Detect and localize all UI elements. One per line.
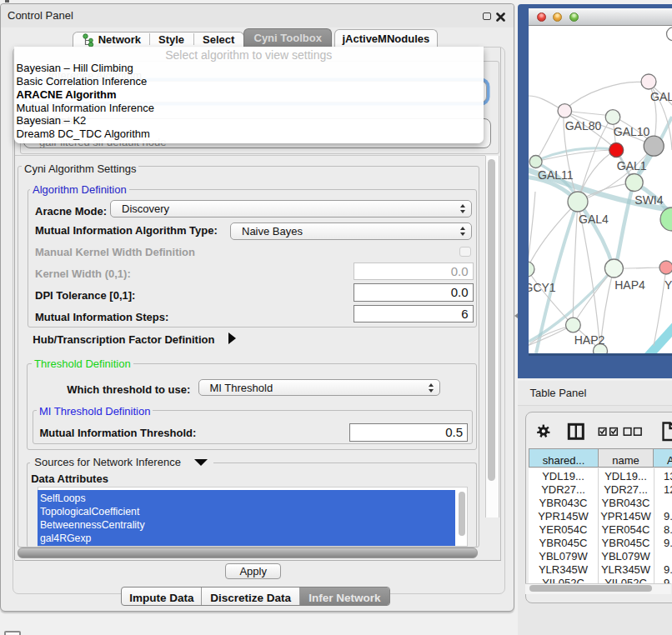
svg-text:HAP2: HAP2 — [574, 333, 605, 347]
svg-text:GCY1: GCY1 — [529, 281, 556, 294]
svg-text:GAL11: GAL11 — [538, 168, 574, 182]
svg-text:GAL10: GAL10 — [614, 125, 650, 138]
svg-text:GAL80: GAL80 — [565, 119, 602, 132]
svg-text:Y: Y — [664, 278, 672, 292]
svg-text:GAL7: GAL7 — [650, 90, 672, 103]
svg-text:GAL1: GAL1 — [617, 159, 647, 172]
svg-text:GAL4: GAL4 — [579, 212, 609, 226]
svg-text:SWI4: SWI4 — [634, 193, 663, 207]
svg-text:HAP4: HAP4 — [614, 278, 645, 292]
